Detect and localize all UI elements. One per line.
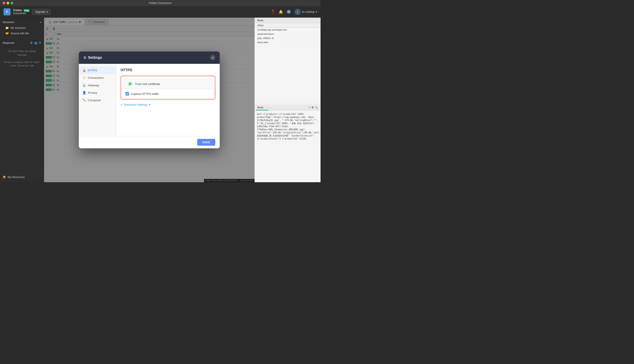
sidebar-item-my-sessions[interactable]: 📁 My Sessions bbox=[0, 25, 44, 30]
chevron-down-icon: ▾ bbox=[46, 10, 48, 14]
content-area: 📡 Live Traffic Capturing ✏️ Composer ☰ 🗑… bbox=[44, 18, 254, 182]
sessions-section-header[interactable]: Sessions ▾ bbox=[0, 19, 44, 25]
settings-gear-icon: ⚙ bbox=[83, 56, 86, 60]
list-icon: ≡ bbox=[121, 103, 122, 106]
bottom-panel-icons: ≡ ⧉ 🔍 bbox=[309, 106, 318, 109]
upgrade-button[interactable]: Upgrade ▾ bbox=[32, 9, 51, 15]
sessions-chevron-icon: ▾ bbox=[40, 21, 41, 24]
app-brand: Fiddler Free Everywhere bbox=[13, 9, 30, 15]
composer-nav-icon: ✏️ bbox=[82, 98, 86, 102]
sidebar-item-shared-with-me[interactable]: 🤝 Shared with Me bbox=[0, 30, 44, 36]
list-item: application/json bbox=[255, 32, 320, 36]
settings-close-button[interactable]: × bbox=[210, 55, 215, 60]
trust-cert-button[interactable]: Trust root certificate bbox=[124, 79, 212, 89]
close-traffic-light[interactable] bbox=[3, 2, 5, 4]
titlebar: Fiddler Everywhere bbox=[0, 0, 320, 6]
certificate-icon bbox=[128, 81, 133, 86]
list-item: smallapp-api.wowdsgn.com bbox=[255, 28, 320, 32]
user-menu[interactable]: 👤 liu ruofeng ▾ bbox=[294, 9, 317, 15]
share-icon: 🤝 bbox=[5, 32, 9, 35]
minimize-traffic-light[interactable] bbox=[6, 2, 9, 4]
user-chevron-icon: ▾ bbox=[316, 10, 317, 14]
requests-empty-message: You don't have any saved requests To sav… bbox=[0, 46, 44, 71]
sidebar-divider bbox=[0, 38, 44, 38]
advanced-settings-link[interactable]: ≡ Advanced Settings ▾ bbox=[121, 103, 215, 106]
capture-https-row: Capture HTTPS traffic bbox=[124, 91, 212, 96]
settings-content: HTTPS Trust root certificate bbox=[116, 64, 220, 136]
progress-bar-container bbox=[256, 110, 320, 110]
notification-icon[interactable]: 🔔 bbox=[279, 10, 283, 14]
right-panel-header: Body bbox=[255, 18, 320, 23]
copy-icon[interactable]: ⧉ bbox=[312, 106, 314, 109]
align-icon[interactable]: ≡ bbox=[309, 106, 310, 109]
header-icons: ❓ 🔔 ⚙️ 👤 liu ruofeng ▾ bbox=[271, 9, 317, 15]
settings-icon[interactable]: ⚙️ bbox=[286, 10, 291, 14]
import-icon[interactable]: ⬆ bbox=[39, 41, 41, 44]
folder-icon: 📁 bbox=[5, 26, 9, 30]
settings-modal-header: ⚙ Settings × bbox=[79, 52, 220, 64]
resources-icon: 📦 bbox=[3, 176, 6, 179]
right-panel-bottom: Body ≡ ⧉ 🔍 ata":{"products":[{"productId… bbox=[255, 104, 320, 182]
modal-overlay[interactable]: ⚙ Settings × 🔒 HTTPS ⚡ bbox=[44, 18, 254, 182]
body-content: ata":{"products":[{"productId":2994, pro… bbox=[256, 111, 320, 142]
app-logo: F bbox=[4, 8, 10, 16]
requests-icons: ⊕ 👥 ⬆ bbox=[30, 41, 41, 44]
settings-nav-gateway[interactable]: 📡 Gateway bbox=[79, 82, 116, 89]
traffic-lights bbox=[3, 2, 13, 4]
settings-nav-composer[interactable]: ✏️ Composer bbox=[79, 96, 116, 104]
progress-bar bbox=[256, 110, 268, 110]
right-panel: Body Value smallapp-api.wowdsgn.com appl… bbox=[254, 18, 320, 182]
search-icon[interactable]: 🔍 bbox=[315, 106, 318, 109]
lock-icon: 🔒 bbox=[82, 68, 86, 72]
requests-section-header: Requests ⊕ 👥 ⬆ bbox=[0, 40, 44, 46]
save-button[interactable]: SAVE bbox=[197, 139, 215, 146]
add-request-icon[interactable]: ⊕ bbox=[30, 41, 32, 44]
connections-icon: ⚡ bbox=[82, 76, 86, 80]
help-icon[interactable]: ❓ bbox=[271, 10, 275, 14]
add-group-icon[interactable]: 👥 bbox=[34, 41, 38, 44]
settings-nav-connections[interactable]: ⚡ Connections bbox=[79, 74, 116, 82]
settings-nav-privacy[interactable]: 👤 Privacy bbox=[79, 89, 116, 96]
avatar: 👤 bbox=[294, 9, 301, 15]
settings-footer: SAVE bbox=[79, 136, 220, 148]
main-layout: Sessions ▾ 📁 My Sessions 🤝 Shared with M… bbox=[0, 18, 320, 182]
list-item: gzip, deflate, br bbox=[255, 36, 320, 40]
right-panel-rows: smallapp-api.wowdsgn.com application/jso… bbox=[255, 28, 320, 104]
settings-nav-https[interactable]: 🔒 HTTPS bbox=[79, 66, 116, 74]
my-resources-item[interactable]: 📦 My Resources bbox=[0, 174, 44, 180]
bottom-panel-header: Body ≡ ⧉ 🔍 bbox=[256, 105, 320, 110]
list-item: keep-alive bbox=[255, 40, 320, 44]
right-panel-value-header: Value bbox=[255, 23, 320, 28]
window-title: Fiddler Everywhere bbox=[149, 2, 172, 4]
https-options-box: Trust root certificate Capture HTTPS tra… bbox=[121, 76, 215, 100]
settings-modal: ⚙ Settings × 🔒 HTTPS ⚡ bbox=[79, 52, 220, 148]
capture-https-checkbox[interactable] bbox=[126, 92, 129, 96]
gateway-icon: 📡 bbox=[82, 84, 86, 87]
capture-https-label: Capture HTTPS traffic bbox=[131, 92, 159, 96]
sidebar: Sessions ▾ 📁 My Sessions 🤝 Shared with M… bbox=[0, 18, 44, 182]
app-header: F Fiddler Free Everywhere Upgrade ▾ ❓ 🔔 … bbox=[0, 6, 320, 18]
privacy-icon: 👤 bbox=[82, 91, 86, 94]
settings-body: 🔒 HTTPS ⚡ Connections 📡 Gateway 👤 bbox=[79, 64, 220, 136]
free-badge: Free bbox=[24, 9, 30, 12]
advanced-chevron-icon: ▾ bbox=[149, 103, 150, 106]
settings-content-title: HTTPS bbox=[121, 68, 215, 72]
maximize-traffic-light[interactable] bbox=[10, 2, 13, 4]
settings-nav: 🔒 HTTPS ⚡ Connections 📡 Gateway 👤 bbox=[79, 64, 116, 136]
settings-title: ⚙ Settings bbox=[83, 56, 102, 60]
